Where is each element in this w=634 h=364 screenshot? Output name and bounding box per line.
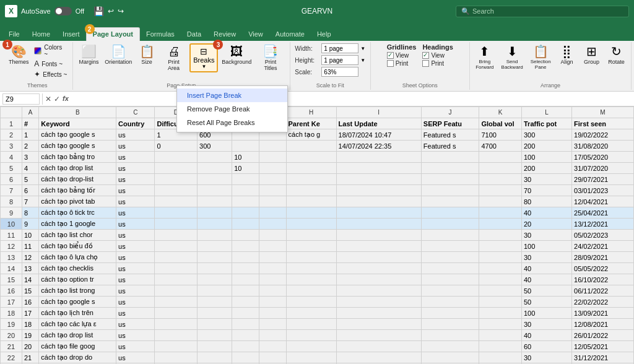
cell[interactable] — [259, 219, 286, 230]
cell[interactable]: us — [116, 219, 155, 230]
cell[interactable]: 100 — [522, 152, 572, 163]
cell[interactable]: 06/11/2022 — [572, 285, 634, 297]
cell[interactable] — [336, 319, 421, 330]
cell[interactable] — [259, 196, 286, 207]
cell[interactable] — [155, 319, 198, 330]
cell[interactable] — [286, 319, 336, 330]
cell[interactable]: 17 — [22, 308, 38, 319]
table-row[interactable]: 1514cách tạo option trus4016/10/2022 — [1, 274, 634, 285]
cell[interactable] — [421, 174, 479, 185]
cell[interactable]: us — [116, 241, 155, 252]
cell[interactable]: us — [116, 341, 155, 352]
cell[interactable]: 40 — [522, 207, 572, 219]
cell[interactable] — [155, 263, 198, 274]
cell[interactable] — [198, 207, 232, 219]
table-row[interactable]: 1312cách tạo ô lựa chọus3028/09/2021 — [1, 252, 634, 263]
cell[interactable] — [155, 219, 198, 230]
cell[interactable] — [336, 174, 421, 185]
cell[interactable]: us — [116, 163, 155, 174]
gridlines-print-checkbox[interactable] — [387, 60, 394, 67]
cell[interactable]: 0 — [155, 141, 198, 152]
cell[interactable] — [155, 308, 198, 319]
cell[interactable]: 17/05/2020 — [572, 152, 634, 163]
cell[interactable] — [286, 196, 336, 207]
cell[interactable]: 200 — [522, 163, 572, 174]
cell[interactable] — [155, 152, 198, 163]
cell[interactable] — [155, 196, 198, 207]
tab-insert[interactable]: Insert — [56, 28, 86, 41]
cell[interactable] — [259, 285, 286, 297]
cell[interactable] — [286, 207, 336, 219]
cell[interactable] — [286, 252, 336, 263]
cell[interactable] — [232, 319, 259, 330]
orientation-button[interactable]: 📄 Orientation — [102, 43, 134, 67]
cell[interactable] — [259, 185, 286, 196]
cell[interactable]: 03/01/2023 — [572, 185, 634, 196]
cell[interactable] — [421, 263, 479, 274]
cell[interactable] — [421, 152, 479, 163]
col-I[interactable]: I — [336, 107, 421, 118]
cell[interactable]: 12 — [22, 252, 38, 263]
cell[interactable]: cách tạo drop list — [39, 163, 116, 174]
cell[interactable] — [336, 196, 421, 207]
cell[interactable] — [259, 263, 286, 274]
cell[interactable] — [259, 174, 286, 185]
cell[interactable] — [286, 341, 336, 352]
table-row[interactable]: 1211cách tạo biểu đồus10024/02/2021 — [1, 241, 634, 252]
cell[interactable] — [479, 230, 522, 241]
undo-icon[interactable]: ↩ — [108, 7, 114, 15]
cell[interactable] — [232, 241, 259, 252]
cell[interactable]: 19 — [22, 330, 38, 341]
cell[interactable] — [479, 252, 522, 263]
col-A[interactable]: A — [22, 107, 38, 118]
cell[interactable] — [479, 207, 522, 219]
fonts-button[interactable]: A Fonts ~ — [33, 59, 68, 69]
cell[interactable]: 26/01/2022 — [572, 330, 634, 341]
cell[interactable] — [198, 174, 232, 185]
cell[interactable] — [232, 141, 259, 152]
cell[interactable]: us — [116, 152, 155, 163]
cell[interactable] — [479, 263, 522, 274]
tab-help[interactable]: Help — [311, 28, 337, 41]
cell[interactable] — [286, 274, 336, 285]
cell[interactable]: cách tạo option tr — [39, 274, 116, 285]
cell[interactable]: Featured s — [421, 141, 479, 152]
cancel-formula-icon[interactable]: ✕ — [45, 95, 51, 103]
cell[interactable]: cách tạo google s — [39, 129, 116, 141]
cell[interactable]: us — [116, 207, 155, 219]
cell[interactable]: 29/07/2021 — [572, 174, 634, 185]
cell[interactable]: 25/04/2021 — [572, 207, 634, 219]
cell[interactable]: cách tạo list trong — [39, 285, 116, 297]
cell[interactable] — [421, 196, 479, 207]
cell[interactable]: cách tạo g — [286, 129, 336, 141]
cell[interactable] — [232, 274, 259, 285]
cell[interactable]: 13/09/2021 — [572, 308, 634, 319]
cell[interactable] — [198, 330, 232, 341]
margins-button[interactable]: ⬜ Margins — [77, 43, 102, 67]
table-row[interactable]: 43cách tạo bảng trous1010017/05/2020 — [1, 152, 634, 163]
cell[interactable]: cách tạo lịch trên — [39, 308, 116, 319]
table-row[interactable]: 2221cách tạo drop dous3031/12/2021 — [1, 352, 634, 363]
cell[interactable] — [479, 163, 522, 174]
height-dropdown-arrow[interactable]: ▼ — [360, 58, 365, 63]
group-button[interactable]: ⊞ Group — [581, 43, 603, 67]
cell[interactable] — [286, 263, 336, 274]
table-row[interactable]: 109cách tạo 1 googleus2013/12/2021 — [1, 219, 634, 230]
cell[interactable] — [155, 163, 198, 174]
col-K[interactable]: K — [479, 107, 522, 118]
cell[interactable] — [259, 241, 286, 252]
tab-home[interactable]: Home — [26, 28, 56, 41]
cell[interactable] — [232, 308, 259, 319]
cell[interactable]: cách tạo drop list — [39, 330, 116, 341]
cell[interactable] — [155, 174, 198, 185]
cell[interactable] — [421, 185, 479, 196]
cell[interactable]: 100 — [522, 241, 572, 252]
cell[interactable] — [479, 174, 522, 185]
col-B[interactable]: B — [39, 107, 116, 118]
cell[interactable]: 4700 — [479, 141, 522, 152]
cell[interactable]: us — [116, 274, 155, 285]
save-icon[interactable]: 💾 — [93, 6, 104, 16]
cell[interactable]: 24/02/2021 — [572, 241, 634, 252]
cell[interactable] — [421, 241, 479, 252]
table-row[interactable]: 54cách tạo drop listus1020031/07/2020 — [1, 163, 634, 174]
